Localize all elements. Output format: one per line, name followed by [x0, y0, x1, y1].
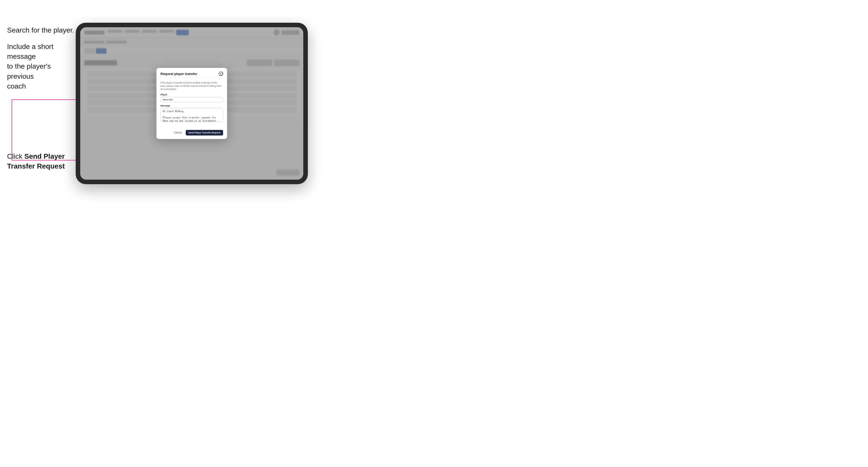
modal-title: Request player transfer [160, 72, 197, 76]
message-label: Message [160, 104, 223, 107]
modal-description: If the player is transferring from anoth… [160, 81, 223, 91]
player-input[interactable] [160, 97, 223, 102]
modal-close-button[interactable]: × [218, 71, 223, 76]
send-transfer-button[interactable]: Send Player Transfer Request [186, 130, 223, 135]
step2-annotation: Include a short messageto the player's p… [7, 42, 75, 91]
tablet-device: Request player transfer × If the player … [76, 23, 308, 184]
modal-footer: Cancel Send Player Transfer Request [156, 128, 227, 139]
player-label: Player [160, 93, 223, 96]
cancel-button[interactable]: Cancel [172, 130, 184, 135]
annotation-area: Search for the player. Include a short m… [0, 0, 76, 467]
modal-overlay: Request player transfer × If the player … [80, 27, 303, 180]
step1-annotation: Search for the player. [7, 25, 74, 35]
message-textarea[interactable]: Hi Coach McHarg, Please accept this tran… [160, 108, 223, 122]
modal-header: Request player transfer × [156, 68, 227, 79]
request-transfer-modal: Request player transfer × If the player … [156, 68, 227, 139]
tablet-screen: Request player transfer × If the player … [80, 27, 303, 180]
modal-body: If the player is transferring from anoth… [156, 79, 227, 128]
step3-annotation: Click Send PlayerTransfer Request [7, 151, 75, 171]
